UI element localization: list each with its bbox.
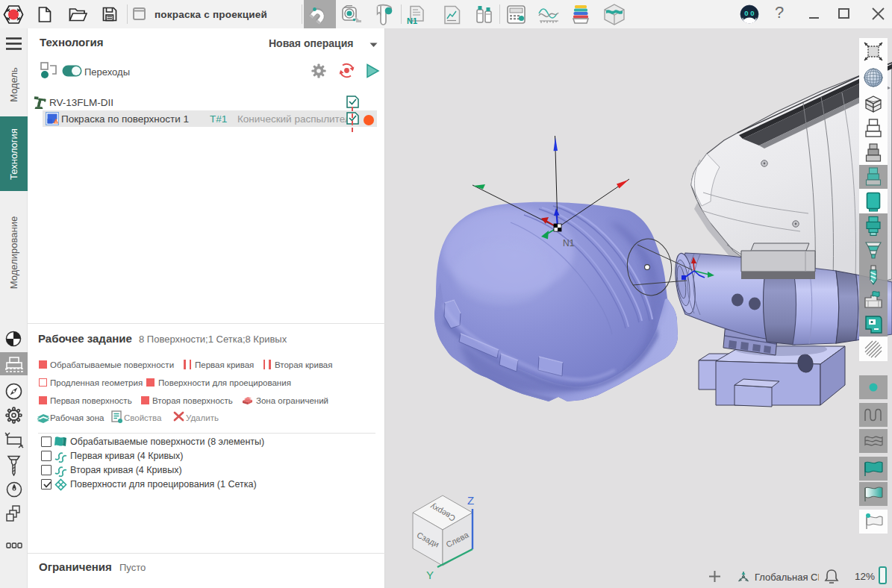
svg-text:0: 0: [750, 9, 754, 17]
svg-text:N1: N1: [563, 238, 575, 248]
svg-text:0: 0: [744, 9, 748, 17]
svg-text:Z: Z: [467, 494, 474, 507]
svg-text:N1: N1: [407, 16, 417, 25]
